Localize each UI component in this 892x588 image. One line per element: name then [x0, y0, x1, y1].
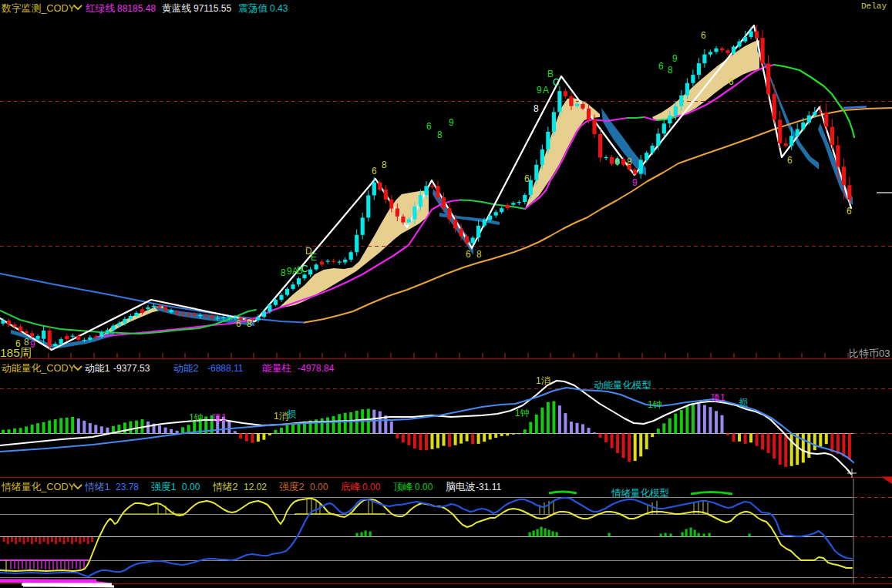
- svg-text:8: 8: [534, 103, 539, 114]
- svg-text:1消: 1消: [536, 375, 550, 386]
- svg-text:动能量化模型: 动能量化模型: [594, 380, 651, 391]
- svg-text:9: 9: [287, 266, 292, 277]
- svg-text:0.00: 0.00: [310, 482, 328, 492]
- svg-text:8: 8: [627, 156, 632, 167]
- svg-text:情绪量化模型: 情绪量化模型: [611, 488, 669, 499]
- svg-text:8: 8: [476, 249, 482, 260]
- svg-text:6: 6: [236, 318, 241, 329]
- svg-text:-31.11: -31.11: [476, 482, 501, 492]
- svg-text:A: A: [543, 85, 549, 96]
- svg-text:8: 8: [668, 65, 673, 76]
- svg-text:损: 损: [287, 408, 296, 419]
- svg-text:能量柱: 能量柱: [262, 362, 292, 374]
- svg-text:0.00: 0.00: [182, 482, 200, 492]
- svg-text:0.00: 0.00: [362, 482, 381, 492]
- svg-text:-9377.53: -9377.53: [113, 363, 150, 374]
- svg-text:1钟: 1钟: [515, 408, 530, 418]
- svg-text:0.00: 0.00: [415, 482, 433, 492]
- svg-text:动能量化_CODY: 动能量化_CODY: [2, 362, 76, 374]
- svg-text:C: C: [301, 264, 308, 274]
- svg-text:强度1: 强度1: [151, 481, 177, 492]
- svg-text:6: 6: [426, 121, 432, 132]
- svg-text:强度2: 强度2: [279, 481, 305, 492]
- svg-text:23.78: 23.78: [116, 482, 139, 492]
- svg-text:6: 6: [701, 30, 706, 41]
- svg-text:9: 9: [449, 117, 454, 128]
- svg-text:9: 9: [672, 53, 678, 64]
- svg-text:情绪2: 情绪2: [212, 481, 238, 492]
- svg-text:损: 损: [739, 397, 748, 408]
- svg-text:顶1: 顶1: [211, 412, 227, 423]
- svg-text:6: 6: [729, 76, 734, 87]
- svg-text:情绪量化_CODY: 情绪量化_CODY: [1, 481, 76, 492]
- svg-text:-4978.84: -4978.84: [298, 363, 335, 374]
- svg-text:1钟: 1钟: [648, 399, 662, 410]
- svg-text:8: 8: [247, 318, 252, 329]
- svg-text:0.43: 0.43: [270, 3, 288, 14]
- svg-text:6: 6: [787, 155, 793, 166]
- svg-text:黄蓝线: 黄蓝线: [162, 2, 192, 14]
- svg-text:动能1: 动能1: [85, 362, 110, 374]
- svg-text:8: 8: [281, 267, 286, 278]
- svg-text:比特币03: 比特币03: [849, 348, 890, 359]
- svg-text:E: E: [311, 252, 317, 263]
- svg-text:8: 8: [382, 160, 387, 170]
- svg-text:1钟: 1钟: [189, 412, 204, 423]
- svg-text:12.02: 12.02: [244, 482, 267, 492]
- svg-text:动能2: 动能2: [173, 362, 199, 374]
- svg-text:185周: 185周: [0, 346, 32, 359]
- svg-text:红绿线: 红绿线: [86, 2, 116, 14]
- svg-text:6: 6: [614, 156, 620, 167]
- svg-text:6: 6: [524, 173, 530, 184]
- svg-text:数字监测_CODY: 数字监测_CODY: [2, 2, 76, 14]
- svg-text:1消: 1消: [274, 411, 288, 422]
- svg-text:9: 9: [537, 85, 542, 96]
- svg-text:底峰: 底峰: [341, 481, 361, 492]
- svg-text:Delay: Delay: [861, 2, 887, 11]
- svg-text:6: 6: [466, 249, 471, 260]
- svg-text:情绪1: 情绪1: [84, 481, 110, 492]
- svg-text:6: 6: [847, 206, 852, 217]
- svg-text:顶峰: 顶峰: [393, 481, 413, 492]
- svg-text:97115.55: 97115.55: [194, 3, 231, 14]
- svg-text:8: 8: [437, 129, 443, 140]
- svg-text:9: 9: [632, 177, 638, 188]
- svg-text:脑电波: 脑电波: [446, 481, 476, 492]
- svg-text:震荡值: 震荡值: [238, 2, 268, 14]
- svg-text:顶1: 顶1: [710, 392, 725, 403]
- svg-text:-6888.11: -6888.11: [207, 363, 244, 374]
- svg-text:C: C: [553, 77, 560, 88]
- svg-text:6: 6: [372, 166, 377, 176]
- svg-text:6: 6: [658, 61, 664, 72]
- svg-text:88185.48: 88185.48: [117, 3, 156, 14]
